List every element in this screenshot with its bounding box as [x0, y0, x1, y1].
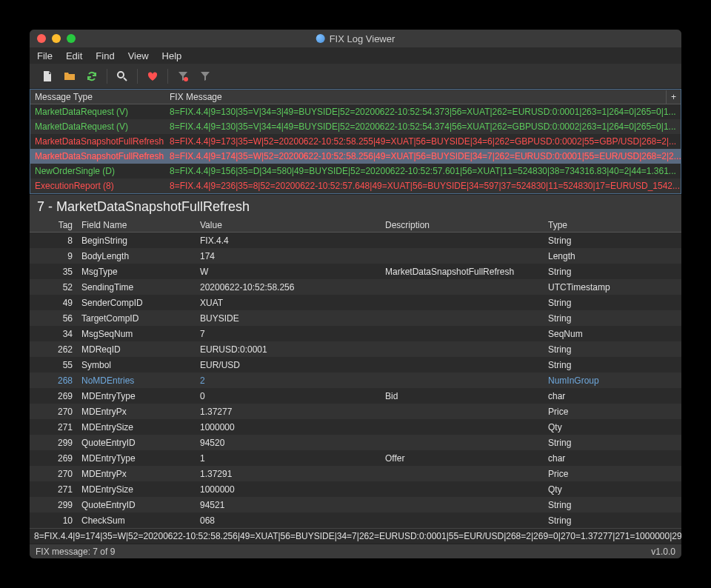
- type-cell: String: [544, 515, 681, 526]
- tag-cell: 52: [30, 282, 77, 293]
- tag-cell: 56: [30, 313, 77, 324]
- message-type-cell: MarketDataRequest (V): [30, 105, 165, 118]
- value-cell: XUAT: [196, 298, 381, 308]
- header-add-column[interactable]: +: [666, 90, 681, 104]
- header-message-type[interactable]: Message Type: [30, 90, 165, 104]
- tag-cell: 269: [30, 391, 77, 401]
- description-cell: MarketDataSnapshotFullRefresh: [381, 267, 544, 277]
- field-row[interactable]: 8BeginStringFIX.4.4String: [30, 233, 681, 248]
- field-name-cell: SenderCompID: [77, 298, 196, 308]
- value-cell: 0: [196, 391, 381, 401]
- field-row[interactable]: 269MDEntryType0Bidchar: [30, 388, 681, 404]
- fix-message-cell: 8=FIX.4.4|9=130|35=V|34=4|49=BUYSIDE|52=…: [165, 120, 681, 133]
- message-row[interactable]: NewOrderSingle (D)8=FIX.4.4|9=156|35=D|3…: [30, 164, 681, 178]
- value-cell: BUYSIDE: [196, 313, 381, 324]
- header-field-name[interactable]: Field Name: [77, 220, 196, 230]
- value-cell: 068: [196, 515, 381, 526]
- menu-view[interactable]: View: [128, 50, 149, 61]
- field-name-cell: MsgSeqNum: [77, 329, 196, 339]
- field-row[interactable]: 34MsgSeqNum7SeqNum: [30, 326, 681, 341]
- type-cell: String: [544, 267, 681, 277]
- field-row[interactable]: 299QuoteEntryID94521String: [30, 497, 681, 512]
- description-cell: Offer: [381, 453, 544, 464]
- header-description[interactable]: Description: [381, 220, 544, 230]
- message-type-cell: MarketDataSnapshotFullRefresh (W): [30, 135, 165, 148]
- field-row[interactable]: 10CheckSum068String: [30, 512, 681, 528]
- type-cell: char: [544, 453, 681, 464]
- field-row[interactable]: 270MDEntryPx1.37291Price: [30, 466, 681, 481]
- menu-edit[interactable]: Edit: [66, 50, 82, 61]
- field-row[interactable]: 299QuoteEntryID94520String: [30, 435, 681, 450]
- field-name-cell: MDReqID: [77, 344, 196, 355]
- field-name-cell: QuoteEntryID: [77, 500, 196, 510]
- toolbar-divider: [137, 69, 138, 84]
- value-cell: 1.37277: [196, 407, 381, 417]
- header-value[interactable]: Value: [196, 220, 381, 230]
- value-cell: 1.37291: [196, 469, 381, 479]
- type-cell: Length: [544, 251, 681, 261]
- message-row[interactable]: MarketDataRequest (V)8=FIX.4.4|9=130|35=…: [30, 104, 681, 119]
- menu-find[interactable]: Find: [96, 50, 114, 61]
- toolbar-divider: [167, 69, 168, 84]
- message-type-cell: ExecutionReport (8): [30, 179, 165, 193]
- tag-cell: 268: [30, 375, 77, 386]
- fix-message-cell: 8=FIX.4.4|9=236|35=8|52=20200622-10:52:5…: [165, 179, 681, 193]
- tag-cell: 262: [30, 344, 77, 355]
- message-row[interactable]: MarketDataRequest (V)8=FIX.4.4|9=130|35=…: [30, 119, 681, 134]
- value-cell: 20200622-10:52:58.256: [196, 282, 381, 293]
- fix-message-cell: 8=FIX.4.4|9=130|35=V|34=3|49=BUYSIDE|52=…: [165, 105, 681, 118]
- header-tag[interactable]: Tag: [30, 220, 77, 230]
- field-row[interactable]: 271MDEntrySize1000000Qty: [30, 419, 681, 435]
- field-row[interactable]: 52SendingTime20200622-10:52:58.256UTCTim…: [30, 279, 681, 295]
- value-cell: 94521: [196, 500, 381, 510]
- messages-table: Message Type FIX Message + MarketDataReq…: [30, 89, 681, 194]
- open-folder-button[interactable]: [59, 67, 80, 86]
- message-row[interactable]: MarketDataSnapshotFullRefresh (W)8=FIX.4…: [30, 149, 681, 164]
- field-row[interactable]: 56TargetCompIDBUYSIDEString: [30, 310, 681, 326]
- type-cell: Qty: [544, 422, 681, 432]
- refresh-button[interactable]: [81, 67, 102, 86]
- search-button[interactable]: [112, 67, 133, 86]
- fix-message-cell: 8=FIX.4.4|9=156|35=D|34=580|49=BUYSIDE|5…: [165, 164, 681, 178]
- new-file-button[interactable]: [37, 67, 58, 86]
- type-cell: SeqNum: [544, 329, 681, 339]
- close-window-button[interactable]: [37, 34, 46, 43]
- detail-title: 7 - MarketDataSnapshotFullRefresh: [30, 194, 681, 218]
- field-row[interactable]: 49SenderCompIDXUATString: [30, 295, 681, 310]
- tag-cell: 10: [30, 515, 77, 526]
- filter-remove-button[interactable]: [173, 67, 193, 86]
- header-type[interactable]: Type: [544, 220, 681, 230]
- minimize-window-button[interactable]: [52, 34, 61, 43]
- toolbar-divider: [107, 69, 107, 84]
- tag-cell: 35: [30, 267, 77, 277]
- heartbeat-button[interactable]: [142, 67, 163, 86]
- field-row[interactable]: 262MDReqIDEURUSD:0:0001String: [30, 341, 681, 357]
- message-row[interactable]: ExecutionReport (8)8=FIX.4.4|9=236|35=8|…: [30, 178, 681, 193]
- field-row[interactable]: 270MDEntryPx1.37277Price: [30, 404, 681, 419]
- value-cell: EUR/USD: [196, 360, 381, 370]
- menu-file[interactable]: File: [37, 50, 53, 61]
- field-row[interactable]: 55SymbolEUR/USDString: [30, 357, 681, 372]
- type-cell: String: [544, 500, 681, 510]
- menu-help[interactable]: Help: [162, 50, 182, 61]
- type-cell: Price: [544, 469, 681, 479]
- field-row[interactable]: 9BodyLength174Length: [30, 248, 681, 264]
- field-row[interactable]: 269MDEntryType1Offerchar: [30, 450, 681, 466]
- field-name-cell: NoMDEntries: [77, 375, 196, 386]
- fix-message-cell: 8=FIX.4.4|9=173|35=W|52=20200622-10:52:5…: [165, 135, 681, 148]
- message-type-cell: MarketDataRequest (V): [30, 120, 165, 133]
- field-row[interactable]: 271MDEntrySize1000000Qty: [30, 481, 681, 497]
- value-cell: EURUSD:0:0001: [196, 344, 381, 355]
- type-cell: String: [544, 235, 681, 246]
- filter-button[interactable]: [195, 67, 216, 86]
- detail-table-body: 8BeginStringFIX.4.4String9BodyLength174L…: [30, 233, 681, 528]
- header-fix-message[interactable]: FIX Message: [165, 90, 666, 104]
- field-name-cell: MDEntrySize: [77, 422, 196, 432]
- type-cell: UTCTimestamp: [544, 282, 681, 293]
- zoom-window-button[interactable]: [67, 34, 76, 43]
- field-row[interactable]: 35MsgTypeWMarketDataSnapshotFullRefreshS…: [30, 264, 681, 279]
- field-name-cell: TargetCompID: [77, 313, 196, 324]
- message-row[interactable]: MarketDataSnapshotFullRefresh (W)8=FIX.4…: [30, 134, 681, 149]
- field-row[interactable]: 268NoMDEntries2NumInGroup: [30, 372, 681, 388]
- field-name-cell: SendingTime: [77, 282, 196, 293]
